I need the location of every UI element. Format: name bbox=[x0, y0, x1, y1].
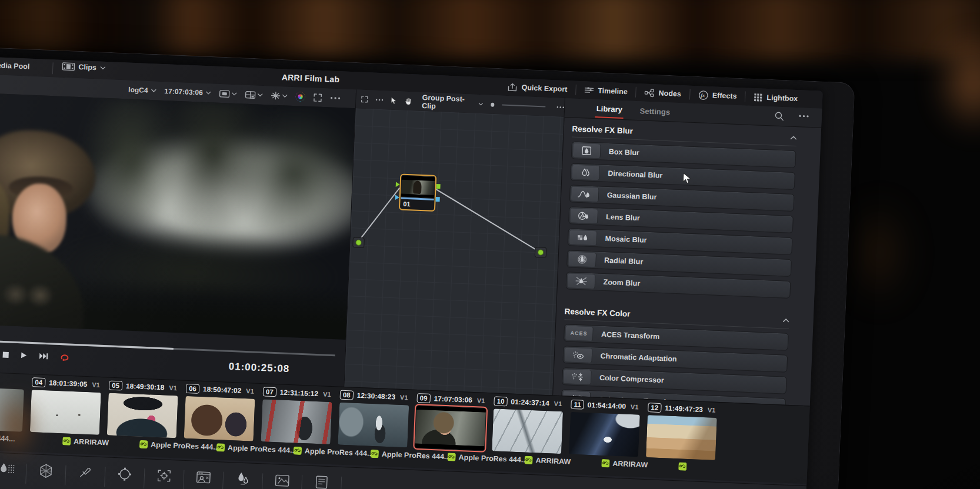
key-input-port[interactable] bbox=[395, 195, 399, 200]
eyedropper-icon[interactable] bbox=[66, 464, 105, 480]
clip-number-badge: 04 bbox=[32, 377, 45, 387]
main-content: logC4 17:07:03:06 bbox=[0, 73, 822, 406]
tab-library[interactable]: Library bbox=[595, 101, 624, 119]
clip-cell[interactable]: 0712:31:15:12V1 Apple ProRes 444... bbox=[260, 384, 332, 464]
export-icon bbox=[507, 82, 518, 92]
mesh-icon[interactable] bbox=[26, 463, 66, 480]
nodes-page-button[interactable]: Nodes bbox=[636, 83, 689, 103]
fx-icon: fx bbox=[698, 90, 709, 101]
link-icon bbox=[678, 462, 687, 471]
clip-thumbnail[interactable] bbox=[107, 393, 178, 438]
svg-text:fx: fx bbox=[701, 92, 705, 98]
clip-cell[interactable]: 1101:54:14:00V1 ARRIRAW bbox=[568, 397, 641, 477]
clip-thumbnail[interactable] bbox=[492, 408, 563, 454]
rgb-input-port[interactable] bbox=[396, 182, 400, 187]
expand-icon[interactable] bbox=[361, 95, 368, 103]
link-icon bbox=[601, 459, 610, 468]
chevron-down-icon bbox=[100, 66, 105, 69]
search-icon[interactable] bbox=[775, 112, 785, 122]
color-wheels-icon[interactable] bbox=[295, 92, 305, 102]
clip-thumbnail[interactable] bbox=[569, 412, 640, 457]
clip-cell[interactable]: 1211:49:47:23V1 bbox=[645, 400, 718, 480]
color-warper-icon[interactable] bbox=[0, 461, 26, 478]
viewfinder-mode-dropdown[interactable] bbox=[219, 89, 238, 98]
directional-blur-icon bbox=[572, 165, 600, 180]
expand-icon[interactable] bbox=[313, 93, 322, 102]
clip-thumbnail[interactable] bbox=[184, 396, 255, 441]
zoom-slider-track[interactable] bbox=[502, 105, 545, 108]
output-port[interactable] bbox=[535, 247, 547, 258]
chevron-up-icon[interactable] bbox=[790, 136, 796, 140]
more-icon[interactable] bbox=[331, 97, 341, 100]
tracker-icon[interactable] bbox=[144, 467, 184, 484]
mosaic-blur-icon bbox=[569, 230, 597, 245]
clip-cell[interactable]: 0618:50:47:02V1 Apple ProRes 444... bbox=[183, 381, 255, 461]
clip-codec bbox=[678, 462, 690, 471]
timeline-page-button[interactable]: Timeline bbox=[576, 81, 636, 101]
loop-button[interactable] bbox=[60, 353, 71, 361]
skip-forward-button[interactable] bbox=[39, 353, 48, 360]
source-input-port[interactable] bbox=[352, 237, 365, 248]
radial-blur-icon bbox=[568, 252, 596, 267]
key-icon[interactable] bbox=[262, 472, 302, 489]
clip-number-badge: 12 bbox=[648, 403, 661, 413]
clip-cell-partial[interactable]: 41:20 V1 444... bbox=[0, 371, 25, 452]
lut-dropdown[interactable]: logC4 bbox=[128, 85, 156, 95]
chevron-down-icon bbox=[258, 93, 263, 96]
viewer-timecode-dropdown[interactable]: 17:07:03:06 bbox=[164, 87, 211, 97]
more-icon[interactable] bbox=[556, 106, 564, 109]
clip-cell[interactable]: 0812:30:48:23V1 Apple ProRes 444... bbox=[337, 387, 409, 468]
rgb-output-port[interactable] bbox=[436, 184, 440, 189]
clip-number-badge: 10 bbox=[494, 396, 507, 406]
clip-thumbnail[interactable] bbox=[261, 399, 332, 444]
stop-button[interactable] bbox=[2, 351, 9, 358]
node-group-dropdown[interactable]: Group Post-Clip bbox=[422, 93, 472, 112]
power-window-icon[interactable] bbox=[105, 465, 145, 483]
clip-cell[interactable]: 0518:49:30:18V1 Apple ProRes 444... bbox=[106, 378, 178, 458]
effects-page-button[interactable]: fx Effects bbox=[689, 86, 745, 106]
clip-thumbnail[interactable] bbox=[646, 415, 717, 460]
zoom-slider-knob[interactable] bbox=[491, 102, 494, 106]
box-blur-icon bbox=[572, 143, 601, 159]
clip-thumbnail[interactable] bbox=[0, 387, 24, 432]
clip-thumbnail[interactable] bbox=[30, 390, 101, 435]
more-icon[interactable] bbox=[376, 99, 384, 102]
clip-cell[interactable]: 0418:01:39:05V1 ARRIRAW bbox=[29, 374, 101, 455]
aces-icon: ACES bbox=[565, 326, 594, 341]
clips-toggle[interactable]: Clips bbox=[62, 62, 105, 72]
tab-settings[interactable]: Settings bbox=[638, 103, 671, 120]
more-icon[interactable] bbox=[799, 115, 809, 118]
divider bbox=[52, 62, 54, 74]
clip-number-badge: 06 bbox=[186, 384, 199, 394]
key-output-port[interactable] bbox=[436, 197, 440, 202]
node-graph[interactable]: 01 bbox=[345, 108, 564, 395]
wipe-mode-dropdown[interactable] bbox=[271, 91, 288, 100]
motion-blur-icon[interactable] bbox=[223, 471, 262, 488]
cursor-icon[interactable] bbox=[391, 96, 398, 105]
viewer-panel: logC4 17:07:03:06 bbox=[0, 73, 356, 387]
corrector-node[interactable]: 01 bbox=[399, 174, 436, 212]
split-screen-dropdown[interactable] bbox=[245, 91, 264, 99]
clip-cell-selected[interactable]: 0917:07:03:06V1 Apple ProRes 444... bbox=[414, 390, 486, 471]
chevron-up-icon[interactable] bbox=[782, 318, 789, 322]
split-screen-icon bbox=[245, 91, 256, 99]
clip-thumbnail[interactable] bbox=[415, 406, 486, 451]
chevron-down-icon[interactable] bbox=[479, 102, 484, 106]
hand-icon[interactable] bbox=[405, 96, 412, 105]
clip-cell[interactable]: 1001:24:37:14V1 ARRIRAW bbox=[491, 393, 564, 474]
node-label: 01 bbox=[401, 199, 434, 209]
filmstrip-icon bbox=[62, 62, 75, 71]
effects-list: Resolve FX Blur Box Blur Directional Blu… bbox=[553, 117, 822, 406]
chevron-down-icon bbox=[232, 92, 237, 96]
chevron-down-icon bbox=[282, 94, 288, 98]
media-pool-toggle[interactable]: Media Pool bbox=[0, 61, 30, 71]
magic-mask-icon[interactable] bbox=[184, 469, 223, 486]
lightbox-page-button[interactable]: Lightbox bbox=[745, 88, 806, 108]
nodes-icon bbox=[644, 88, 655, 98]
sizing-icon[interactable] bbox=[302, 474, 341, 489]
timeline-icon bbox=[584, 86, 594, 95]
play-button[interactable] bbox=[21, 351, 27, 359]
link-icon bbox=[216, 443, 225, 452]
transport-controls bbox=[0, 349, 70, 361]
clip-thumbnail[interactable] bbox=[338, 403, 409, 448]
